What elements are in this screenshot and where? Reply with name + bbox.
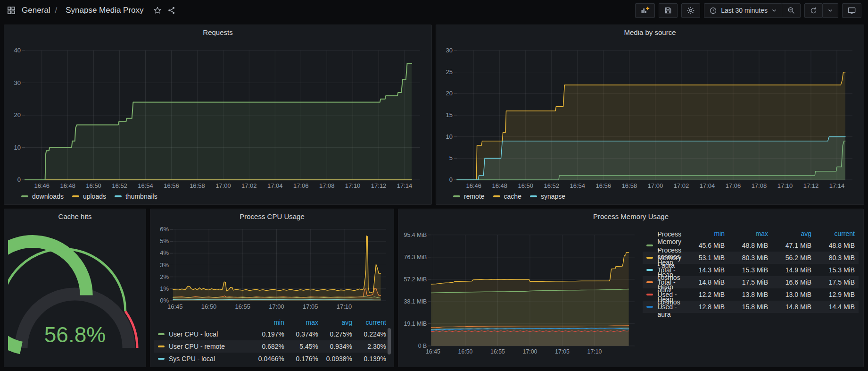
series-toggle-Heap Used - aura[interactable]: Heap Used - aura bbox=[646, 295, 681, 318]
requests-chart-area: 16:4616:4816:5016:5216:5416:5616:5817:00… bbox=[8, 38, 428, 191]
panel-title[interactable]: Process Memory Usage bbox=[402, 211, 860, 222]
stat-value: 2.30% bbox=[352, 343, 386, 350]
series bbox=[25, 63, 412, 180]
stat-column-header-current[interactable]: current bbox=[811, 230, 855, 237]
svg-text:10: 10 bbox=[446, 133, 453, 140]
svg-text:17:00: 17:00 bbox=[648, 182, 663, 189]
stat-value: 0.139% bbox=[352, 355, 386, 363]
svg-text:17:08: 17:08 bbox=[752, 182, 767, 189]
refresh-group bbox=[804, 3, 838, 18]
svg-text:16:48: 16:48 bbox=[492, 182, 508, 189]
stat-column-header-max[interactable]: max bbox=[725, 230, 768, 237]
stat-value: 15.8 MiB bbox=[725, 303, 768, 311]
stat-value: 47.1 MiB bbox=[768, 242, 811, 249]
time-range-picker[interactable]: Last 30 minutes bbox=[704, 3, 782, 18]
legend-scrollbar[interactable] bbox=[388, 328, 391, 354]
legend-item-remote[interactable]: remote bbox=[453, 193, 485, 200]
cpu-time-series-chart[interactable]: 16:4516:5016:5517:0017:0517:100%1%2%3%4%… bbox=[154, 222, 390, 315]
svg-text:16:56: 16:56 bbox=[164, 182, 179, 189]
stat-column-header-avg[interactable]: avg bbox=[318, 319, 352, 326]
stat-value: 56.2 MiB bbox=[768, 254, 811, 261]
series-color-swatch bbox=[530, 195, 537, 197]
legend-item-cache[interactable]: cache bbox=[493, 193, 521, 200]
requests-legend: downloadsuploadsthumbnails bbox=[8, 191, 428, 202]
legend-table-header: minmaxavgcurrent bbox=[154, 317, 390, 328]
breadcrumb-folder[interactable]: General bbox=[22, 6, 50, 15]
navbar-toolbar: Last 30 minutes bbox=[635, 3, 861, 18]
series-color-swatch bbox=[115, 195, 122, 197]
svg-text:16:48: 16:48 bbox=[60, 182, 75, 189]
series bbox=[173, 236, 381, 301]
breadcrumb-dashboard-title[interactable]: Synapse Media Proxy bbox=[62, 2, 147, 19]
svg-text:17:00: 17:00 bbox=[523, 348, 537, 355]
svg-text:17:06: 17:06 bbox=[293, 182, 309, 189]
memory-legend-table: minmaxavgcurrentProcess Memory - cosmos4… bbox=[639, 222, 860, 364]
legend-item-synapse[interactable]: synapse bbox=[530, 193, 565, 200]
legend-table-row: Heap Used - aura12.8 MiB15.8 MiB14.8 MiB… bbox=[643, 301, 859, 313]
svg-text:0%: 0% bbox=[160, 297, 169, 304]
panel-title[interactable]: Requests bbox=[8, 27, 428, 38]
stat-value: 13.8 MiB bbox=[725, 291, 768, 298]
chevron-down-icon bbox=[771, 8, 777, 13]
legend-item-uploads[interactable]: uploads bbox=[72, 193, 106, 200]
cycle-view-mode-button[interactable] bbox=[842, 3, 861, 18]
stat-value: 0.176% bbox=[284, 355, 318, 363]
stat-value: 14.4 MiB bbox=[811, 303, 855, 311]
stat-value: 16.6 MiB bbox=[768, 278, 811, 286]
stat-value: 0.934% bbox=[318, 343, 352, 350]
stat-value: 0.374% bbox=[284, 330, 318, 338]
share-icon[interactable] bbox=[167, 6, 176, 15]
svg-text:5: 5 bbox=[449, 154, 453, 161]
stat-value: 80.3 MiB bbox=[725, 254, 768, 261]
legend-table: minmaxavgcurrentProcess Memory - cosmos4… bbox=[643, 228, 859, 313]
media-chart-area: 16:4616:4816:5016:5216:5416:5616:5817:00… bbox=[440, 38, 860, 191]
requests-time-series-chart[interactable]: 16:4616:4816:5016:5216:5416:5616:5817:00… bbox=[8, 38, 428, 191]
svg-text:17:12: 17:12 bbox=[371, 182, 387, 189]
media-time-series-chart[interactable]: 16:4616:4816:5016:5216:5416:5616:5817:00… bbox=[440, 38, 860, 191]
dashboard-settings-button[interactable] bbox=[681, 3, 700, 18]
media-legend: remotecachesynapse bbox=[440, 191, 860, 202]
stat-column-header-avg[interactable]: avg bbox=[768, 230, 811, 237]
panel-title[interactable]: Media by source bbox=[440, 27, 860, 38]
zoom-out-button[interactable] bbox=[782, 3, 801, 18]
series-toggle-User CPU - local[interactable]: User CPU - local bbox=[158, 330, 250, 338]
legend-item-thumbnails[interactable]: thumbnails bbox=[115, 193, 157, 200]
star-icon[interactable] bbox=[153, 6, 162, 15]
add-panel-button[interactable] bbox=[635, 3, 655, 18]
legend-item-label: downloads bbox=[32, 193, 64, 200]
svg-text:15: 15 bbox=[446, 111, 453, 118]
svg-text:3%: 3% bbox=[160, 261, 169, 269]
stat-column-header-current[interactable]: current bbox=[352, 319, 386, 326]
series-toggle-User CPU - remote[interactable]: User CPU - remote bbox=[158, 343, 250, 350]
svg-text:17:04: 17:04 bbox=[267, 182, 283, 189]
series-color-swatch bbox=[72, 195, 79, 197]
refresh-button[interactable] bbox=[804, 3, 823, 18]
svg-text:17:10: 17:10 bbox=[337, 303, 352, 310]
memory-time-series-chart[interactable]: 16:4516:5016:5517:0017:0517:100 B19.1 Mi… bbox=[402, 222, 639, 364]
legend-item-downloads[interactable]: downloads bbox=[21, 193, 64, 200]
time-controls-group: Last 30 minutes bbox=[704, 3, 801, 18]
panel-title[interactable]: Cache hits bbox=[8, 211, 142, 222]
stat-value: 0.224% bbox=[352, 330, 386, 338]
stat-column-header-min[interactable]: min bbox=[681, 230, 725, 237]
stat-value: 14.3 MiB bbox=[681, 266, 725, 274]
svg-text:17:05: 17:05 bbox=[555, 348, 570, 355]
stat-column-header-max[interactable]: max bbox=[284, 319, 318, 326]
breadcrumb-separator: / bbox=[55, 6, 57, 15]
save-dashboard-button[interactable] bbox=[659, 3, 678, 18]
svg-text:16:54: 16:54 bbox=[570, 182, 586, 189]
svg-text:17:05: 17:05 bbox=[303, 303, 318, 310]
add-panel-icon bbox=[640, 6, 650, 15]
stat-column-header-min[interactable]: min bbox=[250, 319, 284, 326]
clock-icon bbox=[709, 7, 717, 15]
legend-table-row: Sys CPU - local0.0466%0.176%0.0938%0.139… bbox=[154, 353, 390, 365]
panel-title[interactable]: Process CPU Usage bbox=[154, 211, 390, 222]
series-toggle-Sys CPU - local[interactable]: Sys CPU - local bbox=[158, 355, 250, 363]
legend-item-label: remote bbox=[464, 193, 485, 200]
svg-text:17:08: 17:08 bbox=[319, 182, 335, 189]
svg-text:20: 20 bbox=[14, 111, 21, 118]
breadcrumb: General / Synapse Media Proxy bbox=[22, 2, 148, 19]
refresh-interval-dropdown[interactable] bbox=[822, 3, 838, 18]
svg-text:17:14: 17:14 bbox=[829, 182, 845, 189]
apps-grid-icon[interactable] bbox=[7, 6, 16, 15]
